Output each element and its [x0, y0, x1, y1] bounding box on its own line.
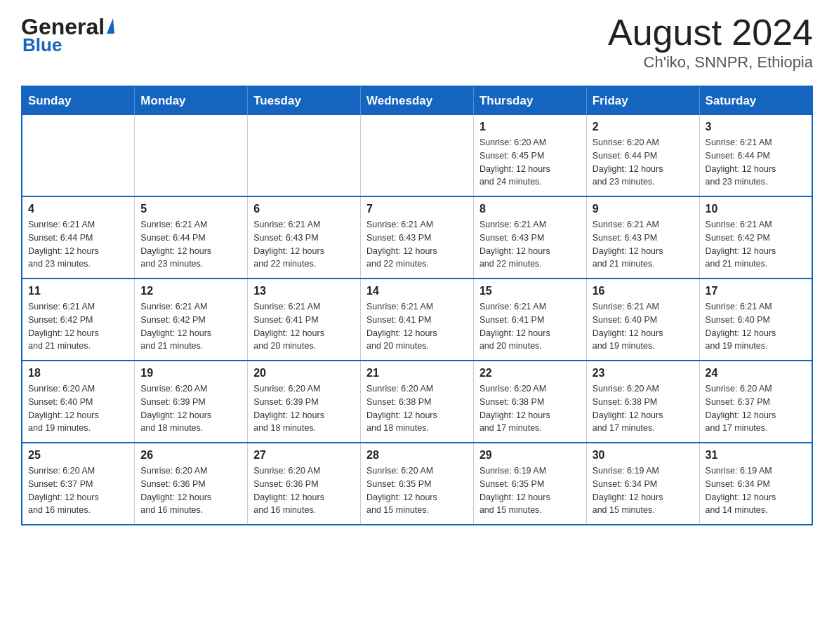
calendar-cell: 27Sunrise: 6:20 AM Sunset: 6:36 PM Dayli…	[248, 443, 361, 525]
calendar-cell: 10Sunrise: 6:21 AM Sunset: 6:42 PM Dayli…	[699, 196, 812, 279]
calendar-cell: 4Sunrise: 6:21 AM Sunset: 6:44 PM Daylig…	[22, 196, 135, 279]
calendar-cell: 15Sunrise: 6:21 AM Sunset: 6:41 PM Dayli…	[473, 279, 586, 361]
calendar-cell: 28Sunrise: 6:20 AM Sunset: 6:35 PM Dayli…	[361, 443, 474, 525]
logo-triangle-icon	[107, 18, 114, 34]
day-info: Sunrise: 6:21 AM Sunset: 6:42 PM Dayligh…	[28, 300, 128, 353]
calendar-week-5: 25Sunrise: 6:20 AM Sunset: 6:37 PM Dayli…	[22, 443, 812, 525]
day-number: 2	[593, 121, 694, 133]
day-info: Sunrise: 6:21 AM Sunset: 6:44 PM Dayligh…	[706, 136, 806, 189]
calendar-cell: 20Sunrise: 6:20 AM Sunset: 6:39 PM Dayli…	[248, 361, 361, 443]
logo-blue-text: Blue	[21, 34, 62, 56]
calendar-cell: 25Sunrise: 6:20 AM Sunset: 6:37 PM Dayli…	[22, 443, 135, 525]
calendar-cell: 29Sunrise: 6:19 AM Sunset: 6:35 PM Dayli…	[473, 443, 586, 525]
day-number: 26	[140, 449, 241, 462]
calendar-cell: 19Sunrise: 6:20 AM Sunset: 6:39 PM Dayli…	[135, 361, 248, 443]
day-number: 19	[140, 367, 241, 380]
day-number: 23	[593, 367, 694, 380]
calendar-cell: 23Sunrise: 6:20 AM Sunset: 6:38 PM Dayli…	[586, 361, 699, 443]
calendar-cell: 1Sunrise: 6:20 AM Sunset: 6:45 PM Daylig…	[473, 115, 586, 196]
day-info: Sunrise: 6:20 AM Sunset: 6:35 PM Dayligh…	[366, 464, 468, 517]
day-number: 31	[706, 449, 806, 462]
calendar-cell: 6Sunrise: 6:21 AM Sunset: 6:43 PM Daylig…	[248, 196, 361, 279]
calendar-cell: 16Sunrise: 6:21 AM Sunset: 6:40 PM Dayli…	[586, 279, 699, 361]
day-number: 24	[706, 367, 806, 380]
calendar-cell: 17Sunrise: 6:21 AM Sunset: 6:40 PM Dayli…	[699, 279, 812, 361]
calendar-cell: 26Sunrise: 6:20 AM Sunset: 6:36 PM Dayli…	[135, 443, 248, 525]
calendar-cell	[248, 115, 361, 196]
day-info: Sunrise: 6:21 AM Sunset: 6:40 PM Dayligh…	[706, 300, 806, 353]
weekday-header-monday: Monday	[135, 86, 248, 115]
day-info: Sunrise: 6:21 AM Sunset: 6:41 PM Dayligh…	[253, 300, 355, 353]
day-info: Sunrise: 6:20 AM Sunset: 6:36 PM Dayligh…	[253, 464, 355, 517]
calendar-cell	[361, 115, 474, 196]
day-number: 6	[253, 203, 355, 215]
day-info: Sunrise: 6:21 AM Sunset: 6:43 PM Dayligh…	[366, 218, 468, 271]
calendar-cell: 31Sunrise: 6:19 AM Sunset: 6:34 PM Dayli…	[699, 443, 812, 525]
calendar-cell	[135, 115, 248, 196]
calendar-cell: 11Sunrise: 6:21 AM Sunset: 6:42 PM Dayli…	[22, 279, 135, 361]
day-info: Sunrise: 6:20 AM Sunset: 6:38 PM Dayligh…	[366, 382, 468, 435]
calendar-cell: 22Sunrise: 6:20 AM Sunset: 6:38 PM Dayli…	[473, 361, 586, 443]
day-number: 7	[366, 203, 468, 215]
day-number: 25	[28, 449, 128, 462]
day-info: Sunrise: 6:19 AM Sunset: 6:34 PM Dayligh…	[706, 464, 806, 517]
month-title: August 2024	[608, 14, 813, 51]
day-info: Sunrise: 6:19 AM Sunset: 6:35 PM Dayligh…	[479, 464, 581, 517]
day-number: 4	[28, 203, 128, 215]
day-number: 11	[28, 285, 128, 297]
calendar-week-2: 4Sunrise: 6:21 AM Sunset: 6:44 PM Daylig…	[22, 196, 812, 279]
day-number: 14	[366, 285, 468, 297]
day-number: 12	[140, 285, 241, 297]
day-info: Sunrise: 6:21 AM Sunset: 6:43 PM Dayligh…	[593, 218, 694, 271]
day-info: Sunrise: 6:21 AM Sunset: 6:40 PM Dayligh…	[593, 300, 694, 353]
day-info: Sunrise: 6:21 AM Sunset: 6:42 PM Dayligh…	[140, 300, 241, 353]
day-info: Sunrise: 6:21 AM Sunset: 6:44 PM Dayligh…	[140, 218, 241, 271]
day-number: 3	[706, 121, 806, 133]
day-number: 1	[479, 121, 581, 133]
calendar-cell: 2Sunrise: 6:20 AM Sunset: 6:44 PM Daylig…	[586, 115, 699, 196]
calendar-cell: 3Sunrise: 6:21 AM Sunset: 6:44 PM Daylig…	[699, 115, 812, 196]
day-number: 21	[366, 367, 468, 380]
day-number: 10	[706, 203, 806, 215]
calendar-cell: 21Sunrise: 6:20 AM Sunset: 6:38 PM Dayli…	[361, 361, 474, 443]
weekday-header-sunday: Sunday	[22, 86, 135, 115]
calendar-cell: 14Sunrise: 6:21 AM Sunset: 6:41 PM Dayli…	[361, 279, 474, 361]
calendar-cell: 12Sunrise: 6:21 AM Sunset: 6:42 PM Dayli…	[135, 279, 248, 361]
day-info: Sunrise: 6:20 AM Sunset: 6:36 PM Dayligh…	[140, 464, 241, 517]
day-number: 16	[593, 285, 694, 297]
day-number: 5	[140, 203, 241, 215]
page-header: General Blue August 2024 Ch'iko, SNNPR, …	[21, 14, 813, 72]
calendar-cell	[22, 115, 135, 196]
day-info: Sunrise: 6:21 AM Sunset: 6:43 PM Dayligh…	[253, 218, 355, 271]
calendar-cell: 8Sunrise: 6:21 AM Sunset: 6:43 PM Daylig…	[473, 196, 586, 279]
day-info: Sunrise: 6:20 AM Sunset: 6:37 PM Dayligh…	[706, 382, 806, 435]
calendar-cell: 24Sunrise: 6:20 AM Sunset: 6:37 PM Dayli…	[699, 361, 812, 443]
day-number: 27	[253, 449, 355, 462]
calendar-cell: 9Sunrise: 6:21 AM Sunset: 6:43 PM Daylig…	[586, 196, 699, 279]
calendar-cell: 18Sunrise: 6:20 AM Sunset: 6:40 PM Dayli…	[22, 361, 135, 443]
day-info: Sunrise: 6:20 AM Sunset: 6:44 PM Dayligh…	[593, 136, 694, 189]
calendar-cell: 13Sunrise: 6:21 AM Sunset: 6:41 PM Dayli…	[248, 279, 361, 361]
calendar-week-1: 1Sunrise: 6:20 AM Sunset: 6:45 PM Daylig…	[22, 115, 812, 196]
weekday-header-friday: Friday	[586, 86, 699, 115]
calendar-cell: 5Sunrise: 6:21 AM Sunset: 6:44 PM Daylig…	[135, 196, 248, 279]
day-number: 28	[366, 449, 468, 462]
day-number: 30	[593, 449, 694, 462]
day-number: 13	[253, 285, 355, 297]
day-info: Sunrise: 6:20 AM Sunset: 6:38 PM Dayligh…	[479, 382, 581, 435]
day-info: Sunrise: 6:21 AM Sunset: 6:43 PM Dayligh…	[479, 218, 581, 271]
logo: General Blue	[21, 14, 114, 56]
day-info: Sunrise: 6:20 AM Sunset: 6:39 PM Dayligh…	[253, 382, 355, 435]
day-info: Sunrise: 6:21 AM Sunset: 6:42 PM Dayligh…	[706, 218, 806, 271]
day-number: 18	[28, 367, 128, 380]
calendar-week-3: 11Sunrise: 6:21 AM Sunset: 6:42 PM Dayli…	[22, 279, 812, 361]
day-number: 8	[479, 203, 581, 215]
calendar-week-4: 18Sunrise: 6:20 AM Sunset: 6:40 PM Dayli…	[22, 361, 812, 443]
weekday-header-tuesday: Tuesday	[248, 86, 361, 115]
calendar-cell: 7Sunrise: 6:21 AM Sunset: 6:43 PM Daylig…	[361, 196, 474, 279]
day-number: 20	[253, 367, 355, 380]
day-number: 9	[593, 203, 694, 215]
day-number: 17	[706, 285, 806, 297]
title-block: August 2024 Ch'iko, SNNPR, Ethiopia	[608, 14, 813, 72]
calendar-table: SundayMondayTuesdayWednesdayThursdayFrid…	[21, 86, 813, 525]
